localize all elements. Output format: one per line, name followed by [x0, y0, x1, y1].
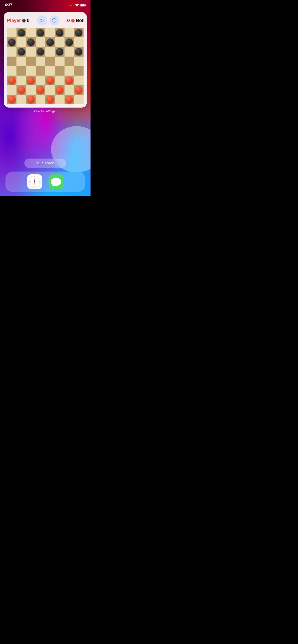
- board-cell[interactable]: [17, 37, 26, 47]
- board-cell[interactable]: [7, 76, 17, 85]
- board-cell[interactable]: [65, 47, 74, 56]
- board-cell[interactable]: [26, 47, 36, 56]
- board-cell[interactable]: [17, 47, 26, 56]
- board-cell[interactable]: [36, 37, 45, 47]
- messages-app-icon[interactable]: [49, 174, 63, 189]
- board-cell[interactable]: [36, 47, 45, 56]
- black-piece[interactable]: [8, 38, 16, 46]
- sound-button[interactable]: [37, 15, 47, 26]
- board-cell[interactable]: [45, 28, 55, 37]
- red-piece[interactable]: [8, 96, 16, 103]
- red-piece[interactable]: [56, 86, 63, 94]
- board-cell[interactable]: [74, 85, 84, 95]
- board-cell[interactable]: [74, 66, 84, 76]
- red-piece[interactable]: [27, 77, 35, 84]
- board-cell[interactable]: [26, 37, 36, 47]
- board-cell[interactable]: [17, 56, 26, 66]
- board-cell[interactable]: [45, 95, 55, 104]
- widget-header: Player 0 0 Bot: [7, 15, 84, 26]
- red-piece[interactable]: [37, 86, 44, 94]
- board-cell[interactable]: [7, 66, 17, 76]
- board-cell[interactable]: [36, 76, 45, 85]
- board-cell[interactable]: [36, 85, 45, 95]
- board-cell[interactable]: [55, 95, 64, 104]
- board-cell[interactable]: [65, 28, 74, 37]
- red-piece[interactable]: [8, 77, 16, 84]
- board-cell[interactable]: [7, 95, 17, 104]
- svg-point-12: [34, 181, 35, 182]
- board-cell[interactable]: [65, 66, 74, 76]
- black-piece[interactable]: [47, 38, 54, 46]
- board-cell[interactable]: [74, 47, 84, 56]
- board-cell[interactable]: [26, 95, 36, 104]
- board-cell[interactable]: [7, 47, 17, 56]
- reset-icon: [52, 18, 57, 23]
- black-piece[interactable]: [75, 29, 82, 36]
- safari-app-icon[interactable]: N S E W: [27, 174, 42, 189]
- search-bar[interactable]: 🔍 Search: [24, 158, 66, 168]
- black-piece[interactable]: [27, 38, 35, 46]
- black-piece[interactable]: [37, 29, 44, 36]
- board-cell[interactable]: [36, 28, 45, 37]
- board-cell[interactable]: [74, 76, 84, 85]
- board-cell[interactable]: [55, 76, 64, 85]
- board-cell[interactable]: [36, 95, 45, 104]
- board-cell[interactable]: [45, 85, 55, 95]
- board-cell[interactable]: [55, 37, 64, 47]
- board-cell[interactable]: [45, 76, 55, 85]
- messages-svg: [49, 174, 63, 189]
- board-cell[interactable]: [17, 76, 26, 85]
- black-piece[interactable]: [18, 48, 25, 56]
- red-piece[interactable]: [27, 96, 35, 103]
- board-cell[interactable]: [26, 28, 36, 37]
- board-cell[interactable]: [26, 76, 36, 85]
- board-cell[interactable]: [17, 28, 26, 37]
- board-cell[interactable]: [65, 56, 74, 66]
- board-cell[interactable]: [74, 28, 84, 37]
- board-cell[interactable]: [7, 56, 17, 66]
- red-piece[interactable]: [47, 77, 54, 84]
- board-cell[interactable]: [36, 56, 45, 66]
- board-cell[interactable]: [45, 66, 55, 76]
- board-cell[interactable]: [26, 85, 36, 95]
- black-piece[interactable]: [75, 48, 82, 56]
- board-cell[interactable]: [45, 56, 55, 66]
- svg-text:E: E: [39, 181, 40, 183]
- black-piece[interactable]: [56, 48, 63, 56]
- board-cell[interactable]: [74, 37, 84, 47]
- black-piece[interactable]: [18, 29, 25, 36]
- board-cell[interactable]: [7, 37, 17, 47]
- reset-button[interactable]: [49, 15, 59, 26]
- board-cell[interactable]: [65, 37, 74, 47]
- board-cell[interactable]: [26, 66, 36, 76]
- board-cell[interactable]: [55, 56, 64, 66]
- widget-label: CheckersWidget: [0, 110, 91, 113]
- board-cell[interactable]: [45, 37, 55, 47]
- board-cell[interactable]: [74, 95, 84, 104]
- red-piece[interactable]: [18, 86, 25, 94]
- board-cell[interactable]: [36, 66, 45, 76]
- board-cell[interactable]: [17, 66, 26, 76]
- board-cell[interactable]: [17, 85, 26, 95]
- board-cell[interactable]: [7, 85, 17, 95]
- checkers-board[interactable]: [7, 28, 84, 104]
- board-cell[interactable]: [26, 56, 36, 66]
- board-cell[interactable]: [55, 85, 64, 95]
- board-cell[interactable]: [65, 95, 74, 104]
- red-piece[interactable]: [47, 96, 54, 103]
- red-piece[interactable]: [66, 96, 73, 103]
- board-cell[interactable]: [55, 47, 64, 56]
- red-piece[interactable]: [75, 86, 82, 94]
- board-cell[interactable]: [17, 95, 26, 104]
- board-cell[interactable]: [65, 85, 74, 95]
- board-cell[interactable]: [74, 56, 84, 66]
- red-piece[interactable]: [66, 77, 73, 84]
- black-piece[interactable]: [56, 29, 63, 36]
- board-cell[interactable]: [45, 47, 55, 56]
- black-piece[interactable]: [66, 38, 73, 46]
- board-cell[interactable]: [65, 76, 74, 85]
- board-cell[interactable]: [55, 28, 64, 37]
- black-piece[interactable]: [37, 48, 44, 56]
- board-cell[interactable]: [7, 28, 17, 37]
- board-cell[interactable]: [55, 66, 64, 76]
